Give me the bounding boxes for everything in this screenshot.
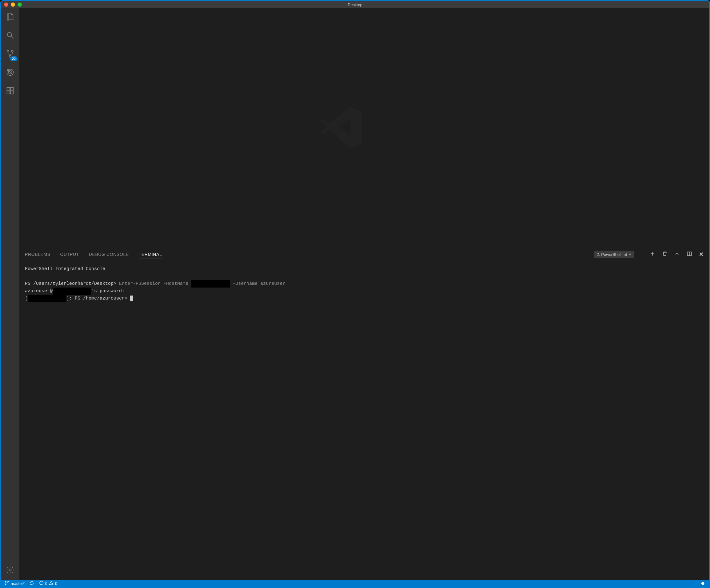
svg-rect-10: [7, 91, 10, 94]
smiley-icon: ☻: [700, 581, 705, 586]
redacted-hostname: [191, 280, 230, 288]
title-bar: Desktop: [1, 1, 709, 8]
svg-point-3: [11, 50, 13, 52]
status-branch[interactable]: master*: [5, 581, 25, 586]
status-problems[interactable]: 0 0: [39, 581, 57, 586]
terminal-output-line: azureuser@ 's password:: [25, 289, 125, 294]
updown-icon: ▲▼: [629, 253, 631, 256]
window-zoom-button[interactable]: [18, 2, 22, 7]
files-icon: [6, 13, 15, 22]
extensions-icon: [6, 87, 15, 96]
status-error-count: 0: [45, 581, 47, 586]
activity-bar: 22: [1, 8, 19, 580]
svg-point-12: [9, 569, 11, 571]
error-icon: [39, 581, 44, 586]
terminal-cursor: [130, 296, 133, 301]
close-icon: ✕: [699, 251, 704, 258]
kill-terminal-button[interactable]: [662, 251, 667, 258]
terminal-prompt: PS /Users/tylerleonhardt/Desktop>: [25, 281, 116, 286]
panel-tabs: PROBLEMS OUTPUT DEBUG CONSOLE TERMINAL 2…: [19, 248, 709, 261]
tab-output[interactable]: OUTPUT: [60, 250, 79, 259]
maximize-panel-button[interactable]: [674, 251, 680, 258]
status-bar: master* 0 0 ☻: [1, 580, 709, 587]
terminal-remote-prompt: [ ]: PS /home/azureuser>: [25, 296, 130, 301]
svg-point-17: [5, 581, 6, 582]
status-warning-count: 0: [55, 581, 57, 586]
terminal-picker-label: 2: PowerShell Int: [597, 252, 627, 257]
window-title: Desktop: [348, 2, 362, 7]
status-sync[interactable]: [29, 581, 34, 586]
scm-badge: 22: [10, 56, 18, 61]
terminal-body[interactable]: PowerShell Integrated Console PS /Users/…: [19, 261, 709, 580]
tab-debug-console[interactable]: DEBUG CONSOLE: [89, 250, 129, 259]
redacted-host: [53, 288, 91, 295]
tab-terminal[interactable]: TERMINAL: [139, 250, 162, 259]
svg-point-19: [5, 584, 6, 585]
bug-icon: [6, 68, 15, 78]
trash-icon: [662, 251, 667, 258]
gear-icon: [6, 566, 15, 575]
svg-line-1: [11, 36, 14, 39]
vscode-logo-watermark: [318, 104, 410, 152]
terminal-command: Enter-PSSession -HostName -UserName azur…: [119, 281, 285, 286]
window-close-button[interactable]: [4, 2, 8, 7]
plus-icon: [650, 251, 655, 258]
chevron-up-icon: [674, 251, 680, 258]
svg-rect-11: [10, 91, 13, 94]
activity-explorer[interactable]: [1, 13, 19, 22]
split-terminal-button[interactable]: [687, 251, 692, 258]
terminal-banner: PowerShell Integrated Console: [25, 266, 105, 272]
svg-rect-9: [10, 88, 13, 91]
status-branch-name: master*: [11, 581, 25, 586]
activity-settings[interactable]: [1, 566, 19, 580]
warning-icon: [49, 581, 53, 586]
status-feedback[interactable]: ☻: [700, 581, 705, 586]
tab-problems[interactable]: PROBLEMS: [25, 250, 50, 259]
activity-source-control[interactable]: 22: [1, 50, 19, 59]
editor-area: [19, 8, 709, 248]
svg-rect-8: [7, 88, 10, 91]
search-icon: [6, 31, 15, 41]
svg-point-0: [7, 32, 12, 37]
new-terminal-button[interactable]: [650, 251, 655, 258]
svg-point-18: [8, 581, 8, 582]
close-panel-button[interactable]: ✕: [699, 251, 704, 258]
terminal-picker[interactable]: 2: PowerShell Int ▲▼: [594, 251, 634, 258]
redacted-remote: [28, 295, 67, 302]
git-branch-icon: [5, 581, 9, 586]
svg-point-2: [7, 50, 9, 52]
activity-search[interactable]: [1, 31, 19, 41]
svg-point-24: [51, 584, 52, 584]
sync-icon: [29, 581, 34, 586]
window-minimize-button[interactable]: [11, 2, 15, 7]
split-icon: [687, 251, 692, 258]
activity-debug[interactable]: [1, 68, 19, 78]
activity-extensions[interactable]: [1, 87, 19, 96]
